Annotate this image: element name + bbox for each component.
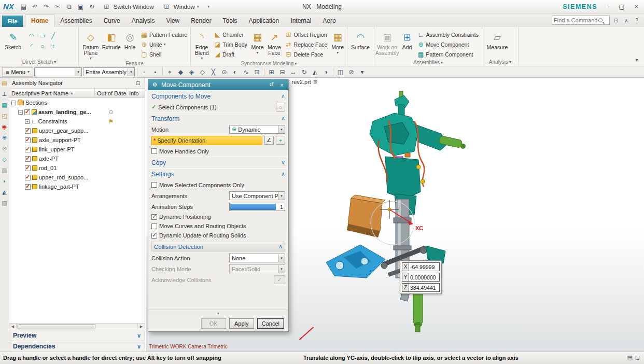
move-component-dialog[interactable]: ⚙ Move Component ↺ × Components to Move … bbox=[148, 79, 289, 332]
scroll-left-icon[interactable]: ◀ bbox=[9, 324, 17, 330]
move-selected-only-row[interactable]: Move Selected Components Only bbox=[151, 179, 285, 190]
tab-tools[interactable]: Tools bbox=[217, 15, 243, 27]
ix-tools-icon[interactable]: ◭ bbox=[2, 189, 6, 195]
tab-curve[interactable]: Curve bbox=[98, 15, 126, 27]
dialog-title-bar[interactable]: ⚙ Move Component ↺ × bbox=[148, 79, 288, 90]
fit-view-icon[interactable]: ⊞ bbox=[267, 67, 276, 77]
column-info[interactable]: Info bbox=[127, 89, 145, 97]
group-label-analysis[interactable]: Analysis ▾ bbox=[482, 58, 518, 66]
move-handles-only-row[interactable]: Move Handles Only bbox=[151, 146, 285, 157]
web-browser-icon[interactable]: ⊕ bbox=[2, 135, 7, 141]
landing-gear-model[interactable] bbox=[317, 90, 514, 349]
arc-icon[interactable]: ◜ bbox=[26, 41, 37, 51]
window-layout-icon[interactable]: ⊡ bbox=[612, 16, 620, 24]
find-command-box[interactable] bbox=[552, 16, 610, 25]
preview-section-header[interactable]: Preview ∨ bbox=[9, 330, 145, 341]
dynamic-positioning-checkbox[interactable] bbox=[151, 214, 157, 220]
extrude-button[interactable]: ◧ Extrude bbox=[102, 28, 121, 50]
assembly-navigator-icon[interactable]: ▤ bbox=[2, 80, 7, 86]
collapse-expander-icon[interactable]: − bbox=[18, 110, 23, 115]
move-curves-row[interactable]: Move Curves and Routing Objects bbox=[151, 221, 285, 231]
copy-icon[interactable]: ⧉ bbox=[64, 2, 74, 11]
z-coordinate-input[interactable]: 384.49441 bbox=[409, 283, 440, 292]
profile-icon[interactable]: ◠ bbox=[26, 31, 37, 41]
settings-header[interactable]: Settings ∧ bbox=[151, 169, 285, 179]
show-hide-icon[interactable]: ⊘ bbox=[346, 67, 356, 77]
grid-toggle-icon[interactable]: ▤ bbox=[627, 354, 632, 361]
point-on-face-icon[interactable]: ⊡ bbox=[252, 67, 262, 77]
apply-button[interactable]: Apply bbox=[229, 318, 254, 329]
scrollbar-thumb[interactable] bbox=[18, 324, 95, 329]
tab-home[interactable]: Home bbox=[25, 15, 54, 27]
find-command-input[interactable] bbox=[554, 17, 598, 23]
chevron-down-icon[interactable]: ▾ bbox=[128, 68, 134, 76]
zoom-icon[interactable]: ⊟ bbox=[277, 67, 287, 77]
hd3d-tools-icon[interactable]: ◉ bbox=[2, 124, 7, 130]
chevron-down-icon[interactable]: ▾ bbox=[278, 125, 285, 133]
dynamic-positioning-row[interactable]: Dynamic Positioning bbox=[151, 212, 285, 221]
components-to-move-header[interactable]: Components to Move ∧ bbox=[151, 91, 285, 102]
collapse-expander-icon[interactable]: − bbox=[11, 101, 16, 105]
ok-button[interactable]: OK bbox=[201, 318, 226, 329]
checked-checkbox[interactable] bbox=[25, 184, 31, 190]
checked-checkbox[interactable] bbox=[25, 128, 31, 134]
toolbar-more-icon[interactable]: ▾ bbox=[357, 67, 367, 77]
history-icon[interactable]: ⊙ bbox=[2, 146, 7, 151]
shell-button[interactable]: ▢ Shell bbox=[138, 49, 189, 59]
paste-icon[interactable]: ▣ bbox=[76, 2, 86, 11]
csys-dialog-button[interactable]: ∠ bbox=[264, 136, 274, 145]
assembly-constraints-button[interactable]: ∟ Assembly Constraints bbox=[415, 30, 481, 39]
rectangle-icon[interactable]: ▭ bbox=[37, 31, 48, 41]
arrangements-dropdown[interactable]: Use Component P ▾ bbox=[229, 191, 285, 200]
selection-filter-dropdown[interactable]: ▾ bbox=[34, 67, 82, 76]
close-window-button[interactable]: × bbox=[632, 3, 641, 10]
quadrant-point-icon[interactable]: ◐ bbox=[230, 67, 240, 77]
checked-checkbox[interactable] bbox=[24, 109, 30, 115]
highlight-selection-icon[interactable]: ▫ bbox=[139, 67, 149, 77]
tree-row-constraints[interactable]: + ∟ Constraints ⚑ bbox=[9, 117, 145, 126]
collision-action-dropdown[interactable]: None ▾ bbox=[229, 254, 285, 262]
group-label-synchronous-modeling[interactable]: Synchronous Modeling ▾ bbox=[191, 61, 347, 66]
part-navigator-icon[interactable]: ▦ bbox=[2, 102, 7, 108]
end-point-icon[interactable]: ◆ bbox=[176, 67, 186, 77]
minimize-window-button[interactable]: – bbox=[603, 3, 612, 10]
horizontal-scrollbar[interactable]: ◀ ▶ bbox=[9, 323, 145, 330]
checked-checkbox[interactable] bbox=[25, 175, 31, 180]
add-component-button[interactable]: ⊞ Add bbox=[399, 28, 415, 50]
switch-window-button[interactable]: ⊞ Switch Window bbox=[99, 1, 157, 12]
tab-file[interactable]: File bbox=[2, 16, 23, 27]
surface-button[interactable]: ◠ Surface bbox=[348, 28, 372, 50]
unite-button[interactable]: ⊕ Unite ▾ bbox=[138, 39, 189, 49]
column-descriptive-part-name[interactable]: Descriptive Part Name ▲ bbox=[9, 89, 95, 97]
dependencies-section-header[interactable]: Dependencies ∨ bbox=[9, 341, 145, 352]
repeat-command-icon[interactable]: ↻ bbox=[87, 2, 97, 11]
part-file-tab[interactable]: T rev2.prt ⊠ bbox=[287, 79, 317, 85]
pattern-component-button[interactable]: ▦ Pattern Component bbox=[415, 49, 481, 59]
tab-aero[interactable]: Aero bbox=[317, 15, 341, 27]
tab-internal[interactable]: Internal bbox=[285, 15, 317, 27]
group-label-feature[interactable]: Feature bbox=[79, 61, 190, 66]
expand-expander-icon[interactable]: + bbox=[25, 119, 30, 124]
replace-face-button[interactable]: ⇄ Replace Face bbox=[283, 39, 330, 49]
mid-point-icon[interactable]: ◈ bbox=[187, 67, 197, 77]
select-components-row[interactable]: ✓ Select Components (1) ○ bbox=[151, 102, 285, 113]
group-label-assemblies[interactable]: Assemblies ▾ bbox=[374, 59, 482, 66]
transform-header[interactable]: Transform ∧ bbox=[151, 113, 285, 124]
move-selected-only-checkbox[interactable] bbox=[151, 182, 157, 188]
constraint-navigator-icon[interactable]: ⊥ bbox=[2, 91, 7, 97]
save-icon[interactable]: ▤ bbox=[19, 2, 29, 11]
move-handles-only-checkbox[interactable] bbox=[151, 148, 157, 154]
select-components-button[interactable]: ○ bbox=[276, 103, 285, 111]
tree-row-component[interactable]: axle-PT bbox=[9, 154, 145, 163]
move-curves-checkbox[interactable] bbox=[151, 223, 157, 229]
ribbon-overflow-icon[interactable]: ▾ bbox=[633, 55, 641, 64]
window-split-icon[interactable]: ◫ bbox=[335, 67, 345, 77]
top-selection-icon[interactable]: ▪ bbox=[150, 67, 160, 77]
x-coordinate-input[interactable]: -64.99999 bbox=[409, 262, 440, 271]
pan-icon[interactable]: ↔ bbox=[288, 67, 298, 77]
dialog-reset-icon[interactable]: ↺ bbox=[268, 81, 275, 88]
cut-icon[interactable]: ✂ bbox=[53, 2, 63, 11]
work-on-assembly-button[interactable]: ▣ Work on Assembly bbox=[375, 28, 399, 56]
animation-steps-slider[interactable]: 1 bbox=[229, 203, 285, 211]
tree-row-work-part[interactable]: − assm_landing_ge... ⊙ bbox=[9, 107, 145, 117]
